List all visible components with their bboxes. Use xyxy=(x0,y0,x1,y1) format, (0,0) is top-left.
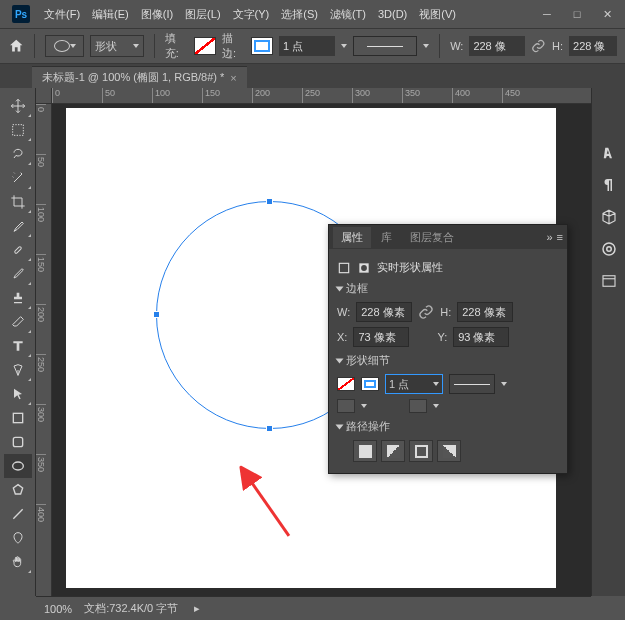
svg-point-11 xyxy=(361,265,367,271)
horizontal-ruler[interactable]: 050100150200250300350400450 xyxy=(52,88,591,104)
menu-image[interactable]: 图像(I) xyxy=(135,7,179,22)
document-tab[interactable]: 未标题-1 @ 100% (椭圆 1, RGB/8#) * × xyxy=(32,66,247,88)
home-icon[interactable] xyxy=(8,37,24,55)
link-icon[interactable] xyxy=(531,38,546,54)
cap-butt[interactable] xyxy=(337,399,355,413)
svg-point-4 xyxy=(12,462,23,470)
tool-preset-dropdown[interactable] xyxy=(45,35,84,57)
prop-stroke-swatch[interactable] xyxy=(361,377,379,391)
prop-height-input[interactable] xyxy=(457,302,513,322)
close-icon[interactable]: × xyxy=(230,72,236,84)
menu-3d[interactable]: 3D(D) xyxy=(372,8,413,20)
menu-view[interactable]: 视图(V) xyxy=(413,7,462,22)
tab-library[interactable]: 库 xyxy=(373,227,400,248)
document-tab-title: 未标题-1 @ 100% (椭圆 1, RGB/8#) * xyxy=(42,70,224,85)
path-exclude[interactable] xyxy=(437,440,461,462)
svg-point-6 xyxy=(603,243,615,255)
prop-h-label: H: xyxy=(440,306,451,318)
vertical-ruler[interactable]: 050100150200250300350400 xyxy=(36,104,52,596)
shape-mode-dropdown[interactable]: 形状 xyxy=(90,35,144,57)
shape-mode-label: 形状 xyxy=(95,39,117,54)
line-tool[interactable] xyxy=(4,502,32,526)
handle-top[interactable] xyxy=(266,198,273,205)
menu-edit[interactable]: 编辑(E) xyxy=(86,7,135,22)
prop-y-input[interactable] xyxy=(453,327,509,347)
tab-properties[interactable]: 属性 xyxy=(333,227,371,248)
cc-panel-icon[interactable] xyxy=(600,240,618,258)
link-wh-icon[interactable] xyxy=(418,304,434,320)
panel-menu-icon[interactable]: ≡ xyxy=(557,231,563,243)
stroke-swatch[interactable] xyxy=(251,37,273,55)
expand-icon[interactable]: » xyxy=(546,231,552,243)
minimize-button[interactable]: ─ xyxy=(533,4,561,24)
ellipse-tool[interactable] xyxy=(4,454,32,478)
svg-rect-8 xyxy=(603,276,615,287)
brush-tool[interactable] xyxy=(4,262,32,286)
status-bar: 100% 文档:732.4K/0 字节 ▸ xyxy=(36,596,591,620)
disclosure-icon[interactable] xyxy=(336,286,344,291)
stroke-width-input[interactable] xyxy=(279,36,335,56)
width-label: W: xyxy=(450,40,463,52)
doc-info: 文档:732.4K/0 字节 xyxy=(84,601,178,616)
prop-stroke-width[interactable]: 1 点 xyxy=(385,374,443,394)
fill-label: 填充: xyxy=(165,31,188,61)
lasso-tool[interactable] xyxy=(4,142,32,166)
zoom-level[interactable]: 100% xyxy=(44,603,72,615)
pen-tool[interactable] xyxy=(4,358,32,382)
custom-shape-tool[interactable] xyxy=(4,526,32,550)
tab-layercomp[interactable]: 图层复合 xyxy=(402,227,462,248)
menu-type[interactable]: 文字(Y) xyxy=(227,7,276,22)
menu-file[interactable]: 文件(F) xyxy=(38,7,86,22)
path-subtract[interactable] xyxy=(381,440,405,462)
heal-tool[interactable] xyxy=(4,238,32,262)
disclosure-icon[interactable] xyxy=(336,424,344,429)
app-logo: Ps xyxy=(12,5,30,23)
join-miter[interactable] xyxy=(409,399,427,413)
handle-bottom[interactable] xyxy=(266,425,273,432)
maximize-button[interactable]: □ xyxy=(563,4,591,24)
path-combine[interactable] xyxy=(353,440,377,462)
section-detail: 形状细节 xyxy=(346,353,390,368)
character-panel-icon[interactable] xyxy=(600,144,618,162)
annotation-arrow xyxy=(216,449,317,557)
handle-left[interactable] xyxy=(153,311,160,318)
prop-width-input[interactable] xyxy=(356,302,412,322)
panel-title: 实时形状属性 xyxy=(377,260,443,275)
prop-x-input[interactable] xyxy=(353,327,409,347)
menu-filter[interactable]: 滤镜(T) xyxy=(324,7,372,22)
type-tool[interactable] xyxy=(4,334,32,358)
svg-point-7 xyxy=(606,247,611,252)
marquee-tool[interactable] xyxy=(4,118,32,142)
crop-tool[interactable] xyxy=(4,190,32,214)
width-input[interactable] xyxy=(469,36,525,56)
height-input[interactable] xyxy=(569,36,617,56)
menu-select[interactable]: 选择(S) xyxy=(275,7,324,22)
shape-bounds-icon xyxy=(337,261,351,275)
hand-tool[interactable] xyxy=(4,550,32,574)
path-intersect[interactable] xyxy=(409,440,433,462)
eyedropper-tool[interactable] xyxy=(4,214,32,238)
stroke-label: 描边: xyxy=(222,31,245,61)
wand-tool[interactable] xyxy=(4,166,32,190)
eraser-tool[interactable] xyxy=(4,310,32,334)
libraries-panel-icon[interactable] xyxy=(600,272,618,290)
prop-fill-swatch[interactable] xyxy=(337,377,355,391)
polygon-tool[interactable] xyxy=(4,478,32,502)
stroke-style-dropdown[interactable] xyxy=(353,36,417,56)
close-button[interactable]: ✕ xyxy=(593,4,621,24)
stamp-tool[interactable] xyxy=(4,286,32,310)
prop-stroke-style[interactable] xyxy=(449,374,495,394)
ellipse-icon xyxy=(54,40,70,52)
menu-layer[interactable]: 图层(L) xyxy=(179,7,226,22)
prop-w-label: W: xyxy=(337,306,350,318)
move-tool[interactable] xyxy=(4,94,32,118)
rect-tool[interactable] xyxy=(4,406,32,430)
disclosure-icon[interactable] xyxy=(336,358,344,363)
path-select-tool[interactable] xyxy=(4,382,32,406)
fill-swatch[interactable] xyxy=(194,37,216,55)
paragraph-panel-icon[interactable] xyxy=(600,176,618,194)
roundrect-tool[interactable] xyxy=(4,430,32,454)
properties-panel[interactable]: 属性 库 图层复合 »≡ 实时形状属性 边框 W: H: X: Y: 形状细节 xyxy=(328,224,568,474)
right-panel-bar xyxy=(591,88,625,596)
cube-panel-icon[interactable] xyxy=(600,208,618,226)
